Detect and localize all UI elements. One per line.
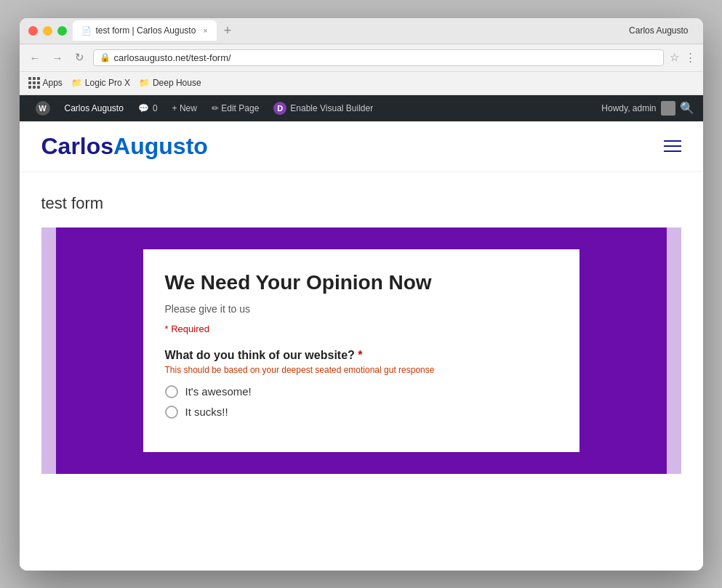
bookmarks-bar: Apps 📁 Logic Pro X 📁 Deep House xyxy=(20,72,703,95)
wp-visual-builder-label: Enable Visual Builder xyxy=(290,103,373,113)
lock-icon: 🔒 xyxy=(100,52,111,63)
form-heading: We Need Your Opinion Now xyxy=(165,271,558,294)
question-label: What do you think of our website? * xyxy=(165,349,558,362)
wp-logo-item[interactable]: W xyxy=(28,95,57,121)
wp-howdy-area[interactable]: Howdy, admin 🔍 xyxy=(601,101,694,116)
wp-logo-icon: W xyxy=(36,101,50,116)
radio-circle-awesome[interactable] xyxy=(165,385,178,398)
wp-comments-item[interactable]: 💬 0 xyxy=(131,95,165,121)
wp-howdy-label: Howdy, admin xyxy=(601,103,656,113)
bookmark-deep-house-label: Deep House xyxy=(153,78,201,88)
site-header: CarlosAugusto xyxy=(20,121,703,172)
wp-admin-bar: W Carlos Augusto 💬 0 + New ✏ Edit Page D… xyxy=(20,95,703,121)
minimize-button[interactable] xyxy=(43,26,52,36)
wp-new-item[interactable]: + New xyxy=(165,95,204,121)
folder-icon-logic: 📁 xyxy=(71,78,82,88)
url-bar: ← → ↻ 🔒 carlosaugusto.net/test-form/ ☆ ⋮ xyxy=(20,44,703,72)
url-display: carlosaugusto.net/test-form/ xyxy=(114,52,657,63)
radio-option-sucks[interactable]: It sucks!! xyxy=(165,406,558,419)
new-tab-button[interactable]: + xyxy=(220,23,236,39)
form-required-notice: * Required xyxy=(165,323,558,334)
required-star: * xyxy=(358,349,362,361)
form-section: We Need Your Opinion Now Please give it … xyxy=(41,227,681,474)
profile-label: Carlos Augusto xyxy=(629,25,688,36)
wp-edit-page-item[interactable]: ✏ Edit Page xyxy=(204,95,266,121)
radio-option-awesome[interactable]: It's awesome! xyxy=(165,385,558,398)
hamburger-line-2 xyxy=(664,145,681,147)
folder-icon-deep-house: 📁 xyxy=(139,78,150,88)
more-options-icon[interactable]: ⋮ xyxy=(685,51,696,64)
tab-page-icon: 📄 xyxy=(81,26,92,36)
question-text: What do you think of our website? xyxy=(165,349,355,361)
wp-comments-icon: 💬 xyxy=(138,103,149,113)
bookmark-logic-label: Logic Pro X xyxy=(85,78,130,88)
wp-divi-icon: D xyxy=(273,102,286,115)
site-logo: CarlosAugusto xyxy=(41,133,208,160)
radio-label-sucks: It sucks!! xyxy=(185,406,228,418)
logo-augusto: Augusto xyxy=(113,133,208,159)
wp-edit-label: ✏ Edit Page xyxy=(212,103,259,113)
browser-window: 📄 test form | Carlos Augusto × + Carlos … xyxy=(20,18,703,571)
apps-grid-icon xyxy=(28,77,40,89)
active-tab[interactable]: 📄 test form | Carlos Augusto × xyxy=(73,20,217,41)
close-button[interactable] xyxy=(28,26,38,36)
hamburger-line-1 xyxy=(664,140,681,142)
bookmark-logic-pro[interactable]: 📁 Logic Pro X xyxy=(71,78,130,88)
maximize-button[interactable] xyxy=(57,26,67,36)
bookmark-deep-house[interactable]: 📁 Deep House xyxy=(139,78,201,88)
refresh-button[interactable]: ↻ xyxy=(72,49,87,65)
wp-comments-count: 0 xyxy=(153,103,158,113)
bookmark-apps[interactable]: Apps xyxy=(28,77,63,89)
wp-site-name-item[interactable]: Carlos Augusto xyxy=(57,95,131,121)
bookmark-star-icon[interactable]: ☆ xyxy=(670,51,679,64)
wp-search-icon[interactable]: 🔍 xyxy=(680,101,694,115)
back-button[interactable]: ← xyxy=(27,50,44,65)
window-controls xyxy=(28,26,67,36)
wp-site-name-label: Carlos Augusto xyxy=(65,103,124,113)
tab-bar: 📄 test form | Carlos Augusto × + xyxy=(67,20,630,41)
radio-circle-sucks[interactable] xyxy=(165,406,178,419)
hamburger-menu-icon[interactable] xyxy=(664,140,681,152)
page-main: test form We Need Your Opinion Now Pleas… xyxy=(20,172,703,474)
form-inner: We Need Your Opinion Now Please give it … xyxy=(143,249,579,452)
forward-button[interactable]: → xyxy=(49,50,66,65)
page-title: test form xyxy=(41,194,681,213)
form-subtext: Please give it to us xyxy=(165,303,558,315)
wp-avatar xyxy=(661,101,675,116)
wp-new-label: + New xyxy=(172,103,197,113)
title-bar: 📄 test form | Carlos Augusto × + Carlos … xyxy=(20,18,703,44)
wp-divi-item[interactable]: D Enable Visual Builder xyxy=(266,95,380,121)
url-input-wrapper[interactable]: 🔒 carlosaugusto.net/test-form/ xyxy=(93,49,664,66)
page-content: CarlosAugusto test form We Need Your Opi… xyxy=(20,121,703,571)
tab-close-icon[interactable]: × xyxy=(203,26,207,35)
form-question-website: What do you think of our website? * This… xyxy=(165,349,558,419)
apps-label: Apps xyxy=(43,78,63,88)
radio-label-awesome: It's awesome! xyxy=(185,385,252,398)
logo-carlos: Carlos xyxy=(41,133,114,159)
tab-title: test form | Carlos Augusto xyxy=(96,25,196,36)
hamburger-line-3 xyxy=(664,150,681,152)
question-hint: This should be based on your deepest sea… xyxy=(165,365,558,375)
